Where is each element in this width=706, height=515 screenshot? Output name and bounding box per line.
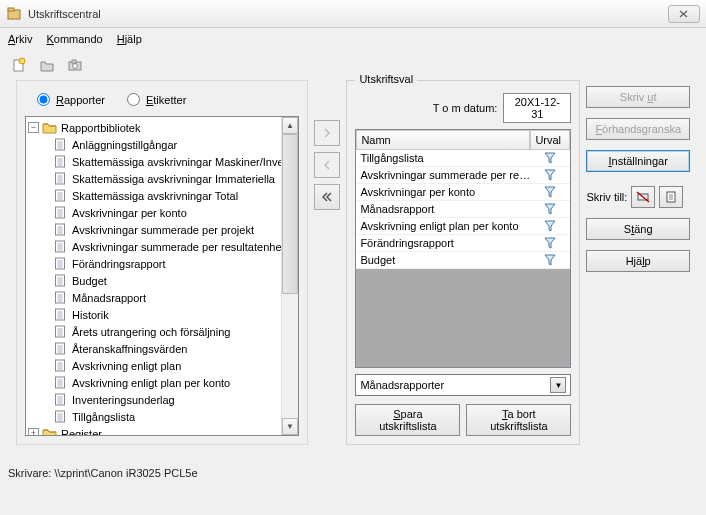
col-urval[interactable]: Urval	[530, 130, 570, 150]
tree-label: Förändringsrapport	[72, 258, 166, 270]
move-all-left-button[interactable]	[314, 184, 340, 210]
toolbar-open-button[interactable]	[36, 54, 58, 76]
grid-cell-urval[interactable]	[530, 186, 570, 198]
move-left-button[interactable]	[314, 152, 340, 178]
scroll-thumb[interactable]	[282, 134, 298, 294]
selection-grid[interactable]: Namn Urval TillgångslistaAvskrivningar s…	[355, 129, 571, 368]
radio-etiketter[interactable]: Etiketter	[127, 93, 186, 106]
tree-row[interactable]: +Register	[26, 425, 281, 435]
twisty-plus-icon[interactable]: +	[28, 428, 39, 435]
tree-label: Anläggningstillgångar	[72, 139, 177, 151]
grid-row[interactable]: Avskrivningar per konto	[356, 184, 570, 201]
stang-button[interactable]: Stäng	[586, 218, 690, 240]
tree-row[interactable]: Avskrivningar summerade per resultatenhe…	[26, 238, 281, 255]
report-tree[interactable]: −RapportbibliotekAnläggningstillgångarSk…	[25, 116, 299, 436]
utskriftsval-legend: Utskriftsval	[355, 73, 417, 85]
funnel-icon	[544, 220, 556, 232]
hjalp-button[interactable]: Hjälp	[586, 250, 690, 272]
tree-label: Skattemässiga avskrivningar Immateriella	[72, 173, 275, 185]
grid-cell-urval[interactable]	[530, 203, 570, 215]
tree-scrollbar[interactable]: ▲ ▼	[281, 117, 298, 435]
skrivtill-file-button[interactable]	[659, 186, 683, 208]
grid-cell-urval[interactable]	[530, 254, 570, 266]
grid-row[interactable]: Avskrivningar summerade per resultaten..…	[356, 167, 570, 184]
tree-row[interactable]: Tillgångslista	[26, 408, 281, 425]
scroll-down-button[interactable]: ▼	[282, 418, 298, 435]
tree-label: Återanskaffningsvärden	[72, 343, 187, 355]
grid-cell-urval[interactable]	[530, 237, 570, 249]
menu-hjalp[interactable]: Hjälp	[117, 33, 142, 45]
toolbar-new-button[interactable]	[8, 54, 30, 76]
tree-row[interactable]: Skattemässiga avskrivningar Immateriella	[26, 170, 281, 187]
tree-row[interactable]: Budget	[26, 272, 281, 289]
tree-row[interactable]: Avskrivning enligt plan	[26, 357, 281, 374]
funnel-icon	[544, 186, 556, 198]
grid-row[interactable]: Budget	[356, 252, 570, 269]
move-right-button[interactable]	[314, 120, 340, 146]
grid-row[interactable]: Avskrivning enligt plan per konto	[356, 218, 570, 235]
grid-row[interactable]: Tillgångslista	[356, 150, 570, 167]
tree-row[interactable]: Årets utrangering och försäljning	[26, 323, 281, 340]
tree-row[interactable]: Avskrivningar per konto	[26, 204, 281, 221]
document-icon	[53, 274, 68, 287]
tree-row[interactable]: Skattemässiga avskrivningar Total	[26, 187, 281, 204]
document-icon	[53, 291, 68, 304]
tree-row[interactable]: Skattemässiga avskrivningar Maskiner/Inv…	[26, 153, 281, 170]
tree-label: Avskrivning enligt plan per konto	[72, 377, 230, 389]
tree-row[interactable]: Förändringsrapport	[26, 255, 281, 272]
tree-row[interactable]: Avskrivning enligt plan per konto	[26, 374, 281, 391]
spara-button[interactable]: Spara utskriftslista	[355, 404, 460, 436]
tree-label: Årets utrangering och försäljning	[72, 326, 230, 338]
utskriftsval-panel: Utskriftsval T o m datum: 20X1-12-31 Nam…	[346, 80, 580, 445]
forhandsgranska-button[interactable]: Förhandsgranska	[586, 118, 690, 140]
toolbar-camera-button[interactable]	[64, 54, 86, 76]
grid-cell-name: Avskrivning enligt plan per konto	[356, 220, 530, 232]
date-label: T o m datum:	[433, 102, 498, 114]
tabort-button[interactable]: Ta bort utskriftslista	[466, 404, 571, 436]
grid-row[interactable]: Månadsrapport	[356, 201, 570, 218]
scroll-up-button[interactable]: ▲	[282, 117, 298, 134]
tree-row[interactable]: Återanskaffningsvärden	[26, 340, 281, 357]
printer-crossed-icon	[636, 191, 650, 203]
date-input[interactable]: 20X1-12-31	[503, 93, 571, 123]
menu-kommando[interactable]: Kommando	[46, 33, 102, 45]
svg-rect-1	[8, 8, 14, 11]
grid-cell-urval[interactable]	[530, 169, 570, 181]
window-title: Utskriftscentral	[28, 8, 668, 20]
grid-cell-name: Månadsrapport	[356, 203, 530, 215]
funnel-icon	[544, 254, 556, 266]
document-icon	[53, 342, 68, 355]
grid-row[interactable]: Förändringsrapport	[356, 235, 570, 252]
grid-cell-urval[interactable]	[530, 152, 570, 164]
combo-value: Månadsrapporter	[360, 379, 444, 391]
skrivut-button[interactable]: Skriv ut	[586, 86, 690, 108]
tree-label: Historik	[72, 309, 109, 321]
twisty-minus-icon[interactable]: −	[28, 122, 39, 133]
tree-row[interactable]: −Rapportbibliotek	[26, 119, 281, 136]
list-combo[interactable]: Månadsrapporter ▼	[355, 374, 571, 396]
installningar-button[interactable]: Inställningar	[586, 150, 690, 172]
open-folder-icon	[39, 57, 55, 73]
tree-label: Månadsrapport	[72, 292, 146, 304]
tree-row[interactable]: Inventeringsunderlag	[26, 391, 281, 408]
radio-rapporter[interactable]: Rapporter	[37, 93, 105, 106]
tree-row[interactable]: Månadsrapport	[26, 289, 281, 306]
document-icon	[53, 410, 68, 423]
tree-row[interactable]: Historik	[26, 306, 281, 323]
combo-dropdown-button[interactable]: ▼	[550, 377, 566, 393]
menu-arkiv[interactable]: Arkiv	[8, 33, 32, 45]
double-chevron-left-icon	[321, 192, 333, 202]
skrivtill-printer-button[interactable]	[631, 186, 655, 208]
grid-cell-name: Tillgångslista	[356, 152, 530, 164]
tree-row[interactable]: Anläggningstillgångar	[26, 136, 281, 153]
col-namn[interactable]: Namn	[356, 130, 530, 150]
funnel-icon	[544, 152, 556, 164]
radio-rapporter-input[interactable]	[37, 93, 50, 106]
app-icon	[6, 6, 22, 22]
radio-etiketter-input[interactable]	[127, 93, 140, 106]
grid-cell-urval[interactable]	[530, 220, 570, 232]
tree-row[interactable]: Avskrivningar summerade per projekt	[26, 221, 281, 238]
grid-cell-name: Avskrivningar summerade per resultaten..…	[356, 169, 530, 181]
funnel-icon	[544, 169, 556, 181]
close-button[interactable]	[668, 5, 700, 23]
